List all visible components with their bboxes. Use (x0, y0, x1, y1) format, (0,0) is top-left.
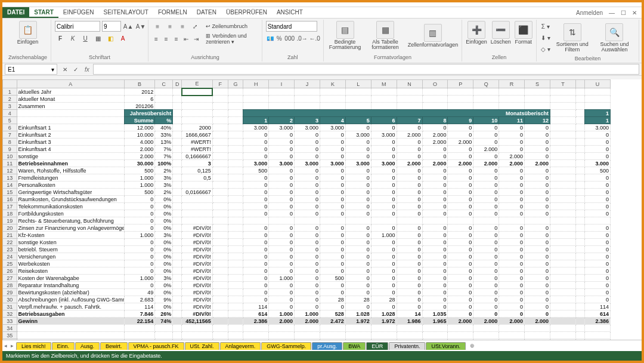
col-header[interactable]: R (499, 80, 525, 88)
cell[interactable] (575, 232, 584, 239)
cell[interactable] (173, 124, 182, 131)
cell[interactable]: 0% (155, 260, 173, 267)
cell[interactable]: 0% (155, 253, 173, 260)
cell[interactable] (228, 318, 243, 325)
wrap-text-button[interactable]: ↩ Zeilenumbruch (206, 23, 247, 29)
cell[interactable]: 0 (345, 182, 371, 189)
cell[interactable]: 0 (397, 189, 422, 196)
cell[interactable]: 0 (320, 196, 345, 203)
col-header[interactable]: N (397, 80, 422, 88)
cell[interactable]: 0% (155, 303, 173, 310)
cell[interactable]: Werbekosten (17, 260, 124, 267)
cell[interactable] (473, 325, 499, 332)
cell[interactable]: 0 (345, 275, 371, 282)
cell[interactable]: 0 (345, 260, 371, 267)
cell[interactable]: 0 (269, 167, 295, 174)
cell[interactable]: 2.000 (473, 160, 499, 167)
cell[interactable]: #WERT! (182, 146, 212, 153)
cell[interactable] (575, 260, 584, 267)
cell[interactable]: Abschreibungen (inkl. Auflösung GWG-Samm… (17, 296, 124, 303)
row-header[interactable]: 26 (3, 267, 17, 275)
cell[interactable]: 0 (243, 253, 269, 260)
sheet-tab[interactable]: BWA (343, 342, 366, 350)
cell[interactable]: 0 (525, 260, 550, 267)
formula-bar[interactable] (93, 64, 639, 75)
row-header[interactable]: 36 (3, 339, 17, 340)
cell[interactable] (345, 325, 371, 332)
cell[interactable] (228, 131, 243, 139)
sheet-tab[interactable]: pr.Ausg. (312, 342, 342, 350)
merge-center-button[interactable]: ⊞ Verbinden und zentrieren ▾ (206, 33, 258, 45)
cell[interactable] (228, 325, 243, 332)
cell[interactable]: 0 (320, 153, 345, 160)
cell[interactable] (228, 203, 243, 210)
cell[interactable] (212, 203, 228, 210)
cell[interactable]: 0 (473, 189, 499, 196)
clear-icon[interactable]: ◇ ▾ (540, 44, 551, 54)
cell[interactable]: 0 (345, 146, 371, 153)
cell[interactable] (550, 153, 575, 160)
cell[interactable] (212, 339, 228, 340)
cell[interactable]: 1.035 (422, 310, 448, 318)
row-header[interactable]: 11 (3, 160, 17, 167)
cell[interactable]: 0 (243, 246, 269, 253)
cell[interactable]: 2.386 (584, 318, 610, 325)
cell[interactable]: 0 (448, 224, 473, 232)
cell[interactable]: 0 (397, 196, 422, 203)
cell[interactable]: 0 (473, 275, 499, 282)
cell[interactable] (575, 310, 584, 318)
row-header[interactable]: 2 (3, 96, 17, 103)
cell[interactable]: sonstige (17, 153, 124, 160)
cell[interactable]: 0 (473, 153, 499, 160)
cell[interactable]: 0 (320, 182, 345, 189)
cell[interactable] (575, 203, 584, 210)
cell[interactable] (212, 96, 228, 103)
cell[interactable] (448, 339, 473, 340)
cell[interactable] (575, 174, 584, 182)
cell[interactable]: 0 (525, 232, 550, 239)
cell[interactable] (550, 96, 575, 103)
format-as-table-button[interactable]: ▦Als Tabelle formatieren (367, 21, 402, 50)
cell[interactable]: 0 (584, 239, 610, 246)
cell[interactable]: 0 (397, 203, 422, 210)
cell[interactable]: 0 (422, 153, 448, 160)
menu-tab-einfügen[interactable]: EINFÜGEN (58, 7, 99, 18)
cell[interactable]: Raumkosten, Grundstücksaufwendungen (17, 196, 124, 203)
cell[interactable]: 2.000 (422, 160, 448, 167)
cell[interactable] (212, 167, 228, 174)
cell[interactable]: 0 (448, 310, 473, 318)
cell[interactable] (575, 146, 584, 153)
inc-decimal-icon[interactable]: .0→ (297, 33, 308, 44)
cell[interactable]: #DIV/0! (182, 296, 212, 303)
align-top-icon[interactable]: ≡ (152, 21, 163, 32)
cell[interactable]: 0,125 (182, 167, 212, 174)
cell[interactable]: 0 (422, 232, 448, 239)
cell[interactable]: 0 (448, 203, 473, 210)
col-header[interactable]: P (448, 80, 473, 88)
cell[interactable] (422, 88, 448, 96)
cell[interactable]: 0 (584, 289, 610, 296)
cell[interactable]: 0 (397, 167, 422, 174)
cell[interactable]: Betriebsausgaben (17, 310, 124, 318)
cell[interactable] (575, 239, 584, 246)
cell[interactable] (173, 267, 182, 275)
cell[interactable] (182, 325, 212, 332)
decrease-font-icon[interactable]: A▼ (135, 21, 146, 32)
cell[interactable]: 0 (525, 310, 550, 318)
row-header[interactable]: 29 (3, 289, 17, 296)
cell[interactable]: sonstige Kosten (17, 239, 124, 246)
cell[interactable]: #DIV/0! (182, 260, 212, 267)
cell[interactable]: Einkunftsart 4 (17, 146, 124, 153)
cell[interactable]: 0 (397, 146, 422, 153)
cell[interactable]: 0 (345, 246, 371, 253)
cell[interactable]: 0 (243, 224, 269, 232)
cell[interactable] (212, 303, 228, 310)
cell[interactable]: 0 (320, 167, 345, 174)
cell[interactable]: 0 (473, 303, 499, 310)
cell[interactable]: 0 (499, 124, 525, 131)
tab-nav-first[interactable]: ◂ (2, 343, 9, 349)
cell[interactable]: Rechts- & Steuerberatung, Buchführung (17, 217, 124, 224)
cell[interactable]: 100% (155, 160, 173, 167)
cell[interactable]: 0% (155, 224, 173, 232)
cell[interactable] (550, 167, 575, 174)
